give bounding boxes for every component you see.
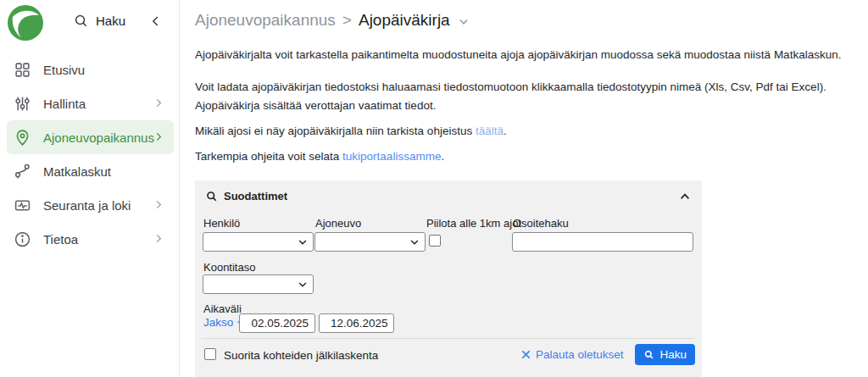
sidebar-item-etusivu[interactable]: Etusivu bbox=[7, 53, 174, 86]
jalkilaskenta-label: Suorita kohteiden jälkilaskenta bbox=[224, 349, 378, 362]
filters-panel-header[interactable]: Suodattimet bbox=[205, 190, 287, 202]
search-icon bbox=[205, 190, 218, 202]
intro-paragraph-1: Ajopäiväkirjalta voit tarkastella paikan… bbox=[195, 48, 841, 61]
jakso-label: Jakso bbox=[203, 316, 233, 329]
reset-filters-link[interactable]: Palauta oletukset bbox=[521, 348, 624, 361]
panel-actions: Palauta oletukset Haku bbox=[521, 344, 695, 365]
sidebar-item-label: Seuranta ja loki bbox=[43, 198, 131, 213]
page-title: Ajopäiväkirja bbox=[359, 11, 450, 30]
sidebar-search-label: Haku bbox=[96, 14, 125, 28]
henkilo-select[interactable] bbox=[203, 232, 314, 252]
ajoneuvo-label: Ajoneuvo bbox=[315, 217, 361, 230]
sidebar-item-label: Ajoneuvopaikannus bbox=[43, 130, 154, 145]
aikavali-label: Aikaväli bbox=[203, 302, 242, 315]
reset-filters-label: Palauta oletukset bbox=[536, 348, 624, 361]
sidebar-item-ajoneuvopaikannus[interactable]: Ajoneuvopaikannus bbox=[7, 120, 174, 154]
sidebar-header: Haku bbox=[0, 0, 179, 47]
date-to-input[interactable]: 12.06.2025 bbox=[319, 313, 394, 333]
tukiportaali-link[interactable]: tukiportaalissamme bbox=[342, 150, 441, 163]
sidebar-nav: Etusivu Hallinta Ajoneuvopaikan bbox=[0, 53, 179, 256]
chevron-right-icon bbox=[153, 198, 165, 211]
breadcrumb: Ajoneuvopaikannus > Ajopäiväkirja bbox=[195, 11, 470, 30]
chevron-right-icon bbox=[153, 130, 165, 143]
henkilo-label: Henkilö bbox=[203, 217, 240, 230]
sidebar: Haku Etusivu bbox=[0, 0, 180, 377]
intro-paragraph-2-line-1: Voit ladata ajopäiväkirjan tiedostoksi h… bbox=[195, 80, 826, 93]
info-icon bbox=[14, 230, 31, 248]
sidebar-item-label: Matkalaskut bbox=[43, 164, 111, 179]
panel-divider bbox=[202, 338, 695, 339]
intro-paragraph-3: Mikäli ajosi ei näy ajopäiväkirjalla nii… bbox=[195, 125, 507, 137]
sidebar-item-matkalaskut[interactable]: Matkalaskut bbox=[7, 154, 174, 188]
chevron-down-icon bbox=[297, 236, 309, 248]
chevron-down-icon[interactable] bbox=[457, 15, 470, 29]
date-to-value: 12.06.2025 bbox=[331, 317, 388, 330]
koontitaso-label: Koontitaso bbox=[203, 261, 255, 274]
intro-paragraph-4: Tarkempia ohjeita voit selata tukiportaa… bbox=[195, 150, 444, 163]
dashboard-icon bbox=[14, 61, 31, 79]
intro-p3-text: Mikäli ajosi ei näy ajopäiväkirjalla nii… bbox=[195, 125, 476, 137]
sidebar-item-tietoa[interactable]: Tietoa bbox=[7, 222, 174, 256]
chevron-right-icon bbox=[153, 97, 165, 109]
sidebar-item-label: Etusivu bbox=[43, 63, 85, 77]
map-pin-icon bbox=[14, 129, 31, 147]
filters-title: Suodattimet bbox=[224, 190, 287, 202]
ajoneuvo-select[interactable] bbox=[314, 232, 426, 252]
osoitehaku-input[interactable] bbox=[512, 232, 693, 252]
main-content: Ajoneuvopaikannus > Ajopäiväkirja Ajopäi… bbox=[195, 0, 868, 377]
search-icon bbox=[73, 13, 89, 29]
route-icon bbox=[14, 163, 31, 180]
collapse-sidebar-icon[interactable] bbox=[148, 14, 164, 29]
activity-icon bbox=[14, 197, 31, 214]
koontitaso-select[interactable] bbox=[203, 274, 314, 294]
jalkilaskenta-checkbox[interactable] bbox=[204, 348, 216, 360]
breadcrumb-parent[interactable]: Ajoneuvopaikannus bbox=[195, 11, 336, 30]
piilota-label: Piilota alle 1km ajot bbox=[426, 217, 521, 230]
intro-p3-period: . bbox=[504, 125, 507, 137]
sidebar-item-hallinta[interactable]: Hallinta bbox=[7, 86, 174, 120]
brand-logo bbox=[7, 4, 44, 42]
chevron-right-icon bbox=[153, 232, 165, 245]
intro-paragraph-2-line-2: Ajopäiväkirja sisältää verottajan vaatim… bbox=[195, 99, 436, 112]
sidebar-item-seuranta-ja-loki[interactable]: Seuranta ja loki bbox=[7, 188, 174, 222]
chevron-up-icon[interactable] bbox=[678, 190, 692, 203]
close-icon bbox=[521, 350, 531, 359]
filters-panel: Suodattimet Henkilö Ajoneuvo Piilota all… bbox=[195, 180, 702, 377]
breadcrumb-separator: > bbox=[342, 11, 352, 30]
sidebar-item-label: Tietoa bbox=[43, 232, 78, 247]
haku-search-button[interactable]: Haku bbox=[635, 344, 695, 365]
app-window: Haku Etusivu bbox=[0, 0, 868, 377]
intro-p4-text: Tarkempia ohjeita voit selata bbox=[195, 150, 342, 163]
intro-p4-period: . bbox=[441, 150, 444, 163]
sliders-icon bbox=[14, 95, 31, 113]
date-from-input[interactable]: 02.05.2025 bbox=[239, 313, 315, 333]
search-icon bbox=[643, 349, 654, 360]
chevron-down-icon bbox=[409, 236, 420, 248]
sidebar-search[interactable]: Haku bbox=[73, 13, 125, 29]
sidebar-item-label: Hallinta bbox=[43, 97, 86, 111]
date-from-value: 02.05.2025 bbox=[251, 317, 309, 330]
osoitehaku-label: Osoitehaku bbox=[513, 217, 569, 230]
haku-button-label: Haku bbox=[659, 348, 687, 361]
piilota-checkbox[interactable] bbox=[429, 235, 441, 247]
taalta-link[interactable]: täältä bbox=[476, 125, 504, 137]
chevron-down-icon bbox=[297, 279, 309, 291]
